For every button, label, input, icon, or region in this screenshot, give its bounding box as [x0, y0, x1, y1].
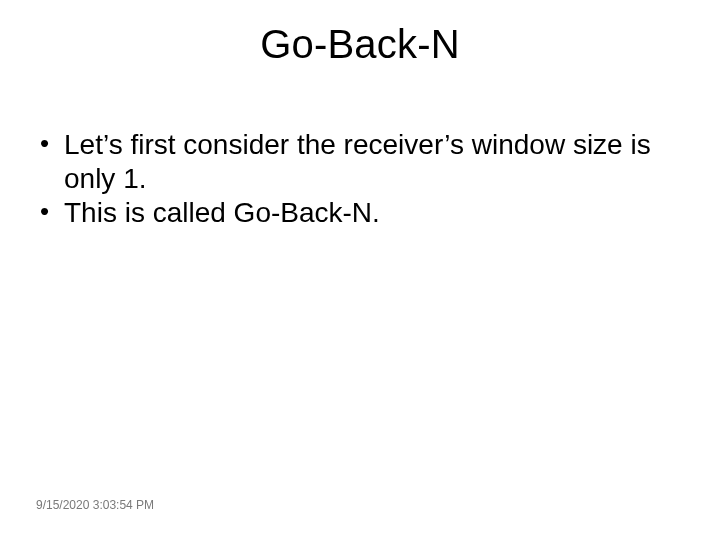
list-item: Let’s first consider the receiver’s wind…: [36, 128, 684, 196]
footer-timestamp: 9/15/2020 3:03:54 PM: [36, 498, 154, 512]
slide-title: Go-Back-N: [0, 22, 720, 67]
bullet-list: Let’s first consider the receiver’s wind…: [36, 128, 684, 230]
list-item: This is called Go-Back-N.: [36, 196, 684, 230]
slide-body: Let’s first consider the receiver’s wind…: [36, 128, 684, 230]
slide: Go-Back-N Let’s first consider the recei…: [0, 0, 720, 540]
